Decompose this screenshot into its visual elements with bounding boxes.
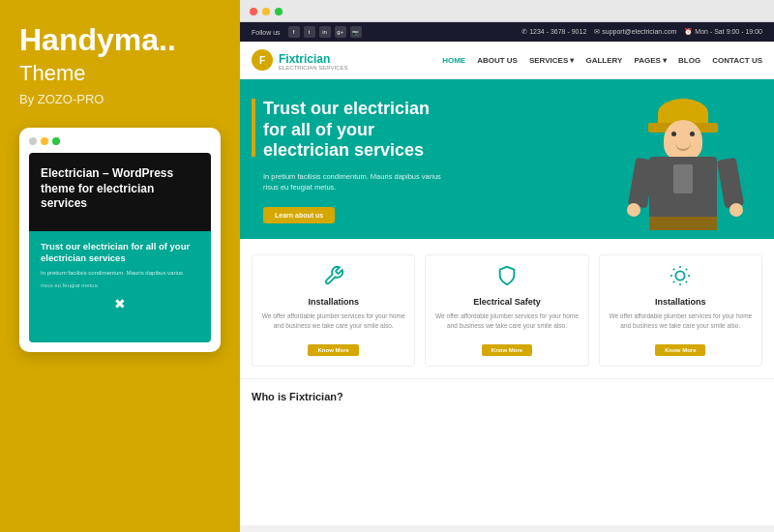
browser-panel: Follow us f t in g+ 📷 ✆ 1234 - 3678 - 90…: [240, 0, 774, 532]
hero-content: Trust our electricianfor all of yourelec…: [252, 99, 441, 223]
service-btn-1[interactable]: Know More: [308, 344, 358, 356]
mobile-screen-bottom: Trust our electrician for all of your el…: [29, 231, 211, 342]
svg-line-3: [673, 269, 674, 270]
service-desc-1: We offer affordable plumber services for…: [260, 311, 406, 331]
logo-text-main: Fixtrician: [279, 52, 330, 66]
person-head: [664, 120, 702, 161]
twitter-icon: t: [304, 26, 315, 38]
service-icon-installations-1: [260, 265, 406, 291]
service-desc-2: We offer affordable plumber services for…: [433, 311, 580, 331]
mobile-screen-title: Electrician – WordPress theme for electr…: [41, 166, 186, 212]
theme-subtitle: Theme: [19, 61, 221, 86]
service-title-1: Installations: [260, 297, 406, 307]
mobile-screen-top: Electrician – WordPress theme for electr…: [29, 153, 211, 231]
svg-line-7: [673, 281, 674, 282]
email-label: ✉ support@electrician.com: [594, 28, 676, 36]
mobile-hero-title: Trust our electrician for all of your el…: [41, 241, 199, 265]
hero-title: Trust our electricianfor all of yourelec…: [263, 99, 441, 162]
topbar-right: ✆ 1234 - 3678 - 9012 ✉ support@electrici…: [521, 28, 762, 36]
service-card-electrical-safety: Electrical Safety We offer affordable pl…: [425, 254, 588, 367]
service-icon-installations-2: [608, 265, 754, 291]
mobile-hero-subtitle: In pretium facilisis condimentum. Mauris…: [41, 269, 199, 277]
tools-icon: ✖: [114, 296, 126, 311]
nav-contact[interactable]: CONTACT US: [712, 56, 762, 65]
footer-heading: Who is Fixtrician?: [252, 391, 343, 402]
follow-us-label: Follow us: [252, 29, 281, 36]
person-belt: [649, 217, 717, 230]
nav-gallery[interactable]: GALLERY: [585, 56, 622, 65]
person-arm-right: [717, 158, 744, 209]
person-hand-right: [729, 203, 743, 217]
service-icon-safety: [433, 265, 580, 291]
linkedin-icon: in: [319, 26, 331, 38]
logo-text-area: Fixtrician ELECTRICIAN SERVICES: [279, 49, 348, 71]
topbar-left: Follow us f t in g+ 📷: [252, 26, 362, 38]
dot-yellow: [41, 137, 48, 145]
mobile-hamburger-icon: [186, 132, 199, 143]
nav-home[interactable]: HOME: [442, 56, 465, 65]
theme-author: By ZOZO-PRO: [19, 92, 221, 106]
service-card-installations-1: Installations We offer affordable plumbe…: [252, 254, 415, 367]
dot-green: [52, 137, 60, 145]
hero-section: Trust our electricianfor all of yourelec…: [240, 79, 774, 239]
browser-chrome: [240, 0, 774, 22]
left-panel: Handyma.. Theme By ZOZO-PRO Electrician …: [0, 0, 240, 532]
site-topbar: Follow us f t in g+ 📷 ✆ 1234 - 3678 - 90…: [240, 22, 774, 42]
social-icons: f t in g+ 📷: [288, 26, 362, 38]
instagram-icon: 📷: [350, 26, 362, 38]
service-title-3: Installations: [608, 297, 754, 307]
nav-about[interactable]: ABOUT US: [477, 56, 518, 65]
mobile-hero-sub2: risus eu feugiat metus.: [41, 282, 199, 288]
person-body: [649, 157, 717, 220]
nav-blog[interactable]: BLOG: [678, 56, 700, 65]
services-section: Installations We offer affordable plumbe…: [240, 239, 774, 378]
logo-icon: F: [252, 49, 273, 71]
browser-dot-yellow: [262, 8, 270, 15]
mobile-tools-icon-row: ✖: [41, 296, 199, 311]
phone-label: ✆ 1234 - 3678 - 9012: [521, 28, 586, 36]
hero-learn-more-button[interactable]: Learn about us: [263, 207, 335, 223]
svg-line-8: [686, 269, 687, 270]
service-btn-3[interactable]: Know More: [655, 344, 705, 356]
browser-dot-red: [250, 8, 257, 15]
mobile-dots: [29, 137, 211, 145]
svg-point-0: [676, 272, 685, 281]
person-figure: [619, 99, 745, 239]
logo-text-sub: ELECTRICIAN SERVICES: [279, 65, 348, 71]
dot-red: [29, 137, 37, 145]
service-title-2: Electrical Safety: [433, 297, 580, 307]
services-grid: Installations We offer affordable plumbe…: [252, 254, 762, 367]
theme-title: Handyma..: [19, 23, 221, 57]
logo-area: F Fixtrician ELECTRICIAN SERVICES: [252, 49, 348, 71]
service-desc-3: We offer affordable plumber services for…: [608, 311, 754, 331]
mobile-preview-card: Electrician – WordPress theme for electr…: [19, 128, 221, 352]
site-footer-text: Who is Fixtrician?: [240, 378, 774, 408]
hero-description: In pretium facilisis condimentum. Mauris…: [263, 171, 441, 193]
nav-services[interactable]: SERVICES ▾: [529, 56, 575, 65]
site-nav: F Fixtrician ELECTRICIAN SERVICES HOME A…: [240, 42, 774, 79]
google-icon: g+: [335, 26, 346, 38]
service-card-installations-2: Installations We offer affordable plumbe…: [599, 254, 762, 367]
website-content: Follow us f t in g+ 📷 ✆ 1234 - 3678 - 90…: [240, 22, 774, 525]
person-hand-left: [627, 203, 640, 217]
nav-links: HOME ABOUT US SERVICES ▾ GALLERY PAGES ▾…: [442, 56, 762, 65]
hours-label: ⏰ Mon - Sat 9:00 - 19:00: [684, 28, 762, 36]
facebook-icon: f: [288, 26, 300, 38]
svg-line-4: [686, 281, 687, 282]
service-btn-2[interactable]: Know More: [482, 344, 532, 356]
nav-pages[interactable]: PAGES ▾: [634, 56, 667, 65]
hero-image: [600, 94, 764, 239]
browser-dot-green: [275, 8, 283, 15]
